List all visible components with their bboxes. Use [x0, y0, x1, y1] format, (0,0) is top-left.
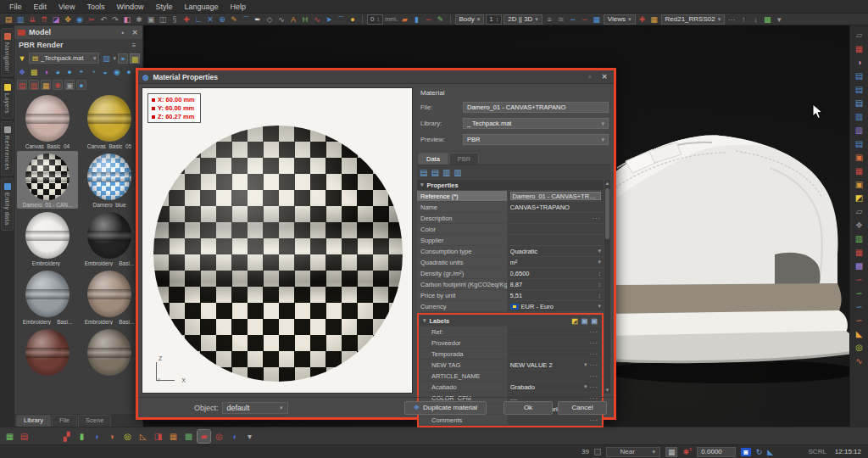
maximize-icon[interactable]: ▫	[585, 73, 595, 81]
tool-flag-icon[interactable]: ▮	[75, 430, 88, 443]
camera-icon[interactable]: ▣	[64, 80, 75, 90]
pin-icon[interactable]: ▪	[119, 29, 127, 36]
property-row[interactable]: Reference (*)Damero_01 - CANVAS+TRAPANO	[417, 191, 604, 201]
body-dropdown[interactable]: Body▾	[455, 14, 485, 25]
ruler-icon[interactable]: ▰	[400, 14, 410, 25]
checker-sphere-icon[interactable]: ▩	[29, 67, 39, 77]
property-row[interactable]: Price by unit5,51↕	[417, 290, 604, 300]
tool-red-gray-icon[interactable]: ▞	[60, 430, 73, 443]
cursor-tool-icon[interactable]: ➤	[324, 14, 334, 25]
sphere-6-icon[interactable]: ◉	[112, 67, 122, 77]
side-tab-references[interactable]: References	[1, 121, 14, 176]
property-value[interactable]: 8,87↕	[508, 279, 604, 289]
ok-button[interactable]: Ok	[504, 401, 553, 415]
link-icon[interactable]: ◇	[264, 14, 275, 25]
doc-red2-icon[interactable]: ▦	[853, 246, 866, 259]
menu-style[interactable]: Style	[149, 2, 178, 12]
more-button[interactable]: ···	[590, 339, 599, 347]
label-value[interactable]: ···	[508, 371, 601, 381]
nodes-icon[interactable]: ❖	[853, 219, 866, 232]
snap-tool-icon[interactable]: ✱5	[682, 447, 692, 456]
eraser-icon[interactable]: ◧	[122, 14, 132, 25]
ring-green-icon[interactable]: ◎	[853, 341, 866, 354]
align-top-icon[interactable]: ≡	[544, 14, 554, 25]
property-row[interactable]: Quadratic unitsm²▾	[417, 257, 604, 267]
duplicate-material-button[interactable]: ❖ Duplicate material	[404, 401, 487, 415]
material-thumb[interactable]	[79, 327, 140, 378]
close-icon[interactable]: ✕	[599, 73, 609, 81]
sphere-7-icon[interactable]: ●	[124, 67, 134, 77]
half-moon-icon[interactable]: ◑	[853, 56, 866, 69]
label-value[interactable]: ···	[508, 338, 601, 348]
tool-grid-multi-icon[interactable]: ▦	[167, 430, 180, 443]
property-value[interactable]: Quadratic▾	[508, 246, 604, 256]
swoosh-red-icon[interactable]: ∽	[424, 14, 434, 25]
more-button[interactable]: ···	[590, 350, 599, 358]
sphere-2-icon[interactable]: ●	[64, 67, 75, 77]
pin-tool-icon[interactable]: ✚	[181, 14, 192, 25]
side-tab-entity-data[interactable]: Entity data	[1, 178, 14, 231]
sort-icon[interactable]: ▥	[101, 53, 111, 64]
more-icon[interactable]: ···	[726, 14, 737, 25]
save-icon[interactable]: ▥	[15, 14, 25, 25]
shoe-orange-icon[interactable]: ∽	[853, 314, 866, 327]
align-mid-icon[interactable]: ≋	[556, 14, 566, 25]
copy-icon[interactable]: ▣	[581, 317, 588, 325]
tool-red-active-icon[interactable]: ▰	[198, 430, 210, 443]
lock-blue-icon[interactable]: ▣	[853, 151, 866, 164]
label-value[interactable]: ···	[508, 349, 601, 359]
sphere-blue-icon[interactable]: ●	[76, 80, 86, 90]
sphere-3-icon[interactable]: ◓	[76, 67, 86, 77]
material-thumb[interactable]: Damero_01 - CAN...	[17, 151, 78, 209]
export-icon[interactable]: ⇈	[39, 14, 49, 25]
doc-red-icon[interactable]: ▤	[17, 80, 27, 90]
scrollbar-thumb[interactable]	[605, 188, 609, 239]
tag-icon[interactable]: ◩	[571, 317, 578, 325]
property-value[interactable]: m²▾	[508, 257, 604, 267]
target-icon[interactable]: ⊕	[217, 14, 227, 25]
lock-a-icon[interactable]: A	[288, 14, 298, 25]
photo-icon[interactable]: ▦	[592, 14, 602, 25]
more-button[interactable]: ···	[590, 372, 599, 380]
cubes-icon[interactable]: ❖	[17, 67, 27, 77]
properties-section-header[interactable]: ▾ Properties	[417, 180, 604, 190]
preview-select[interactable]: PBR▾	[463, 134, 609, 145]
library-select[interactable]: _ Techpack.mat▾	[463, 118, 609, 129]
spinner-arrows-icon[interactable]: ↕	[376, 16, 380, 23]
folder-gray-icon[interactable]: ▱	[853, 205, 866, 218]
add-red-icon[interactable]: ✚	[637, 14, 648, 25]
material-thumb[interactable]: Embroidery__Basi...	[79, 209, 140, 267]
label-value[interactable]: ···	[508, 327, 601, 337]
snap-checkbox[interactable]	[594, 449, 601, 455]
sync-icon[interactable]: ↻	[756, 448, 763, 456]
arc-icon[interactable]: ⌒	[241, 14, 251, 25]
paste-icon[interactable]: ▣	[591, 317, 598, 325]
calendar-icon[interactable]: ▦	[853, 42, 866, 55]
panel-tab-scene[interactable]: Scene	[78, 415, 111, 427]
origin-icon[interactable]: ◙	[741, 448, 750, 456]
grid-orange-icon[interactable]: ▦	[41, 80, 51, 90]
coordinate-field[interactable]: 0.0000	[697, 447, 736, 457]
tool-heel-icon[interactable]: ◺	[136, 430, 149, 443]
menu-tools[interactable]: Tools	[81, 2, 110, 12]
spinner-arrows-icon[interactable]: ↕	[598, 293, 602, 299]
spinner-arrows-icon[interactable]: ↕	[598, 282, 602, 288]
ghost-icon[interactable]: ▱	[853, 29, 866, 42]
side-tab-layers[interactable]: Layers	[1, 79, 14, 119]
spray-icon[interactable]: ✱	[134, 14, 144, 25]
cut-icon[interactable]: ✂	[86, 14, 97, 25]
views-dropdown[interactable]: Views▾	[604, 14, 636, 25]
palette-icon[interactable]: ▦	[649, 14, 659, 25]
pan-icon[interactable]: ✥	[63, 14, 73, 25]
labels-section-header[interactable]: ▾ Labels ◩ ▣ ▣	[420, 316, 601, 326]
property-row[interactable]: Color	[417, 224, 604, 234]
undo-icon[interactable]: ↶	[98, 14, 108, 25]
pen-green-icon[interactable]: ✎	[436, 14, 446, 25]
label-row[interactable]: AcabadoGrabado▾···	[420, 382, 601, 392]
material-thumb[interactable]: Canvas_Basic_05	[79, 92, 140, 150]
shoe-blue-icon[interactable]: ∽	[853, 300, 866, 313]
corner-grid-icon[interactable]: ▦	[3, 430, 16, 443]
property-value[interactable]: CANVAS+TRAPANO	[508, 202, 604, 212]
spinner-arrows-icon[interactable]: ↕	[496, 16, 499, 23]
material-thumb[interactable]: Embroidery_	[17, 209, 78, 267]
